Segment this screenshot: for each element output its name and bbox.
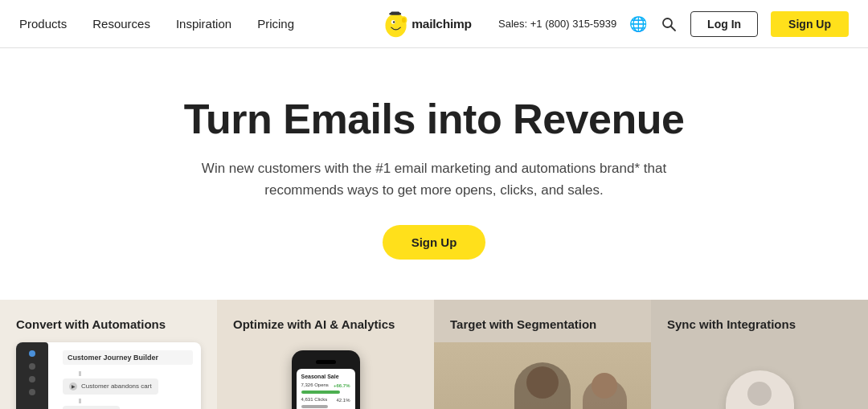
feature-segmentation: Target with Segmentation [434,300,651,409]
sidebar-bar [16,342,48,409]
feature-analytics: Optimize with AI & Analytics Seasonal Sa… [217,300,434,409]
mailchimp-logo: mailchimp [382,10,487,39]
globe-icon[interactable]: 🌐 [629,15,647,33]
features-section: Convert with Automations Customer Journe… [0,300,868,409]
segmentation-image [434,342,651,409]
svg-point-2 [402,17,406,22]
phone-notch [316,360,336,364]
phone-stat-clicks: 4,631 Clicks [301,397,328,402]
automations-mockup: Customer Journey Builder ▶ Customer aban… [16,342,201,409]
signup-button-hero[interactable]: Sign Up [383,225,486,260]
search-icon[interactable] [660,15,678,33]
clicks-bar [301,405,329,408]
cjb-header: Customer Journey Builder [63,350,193,365]
nav-products[interactable]: Products [19,17,67,31]
nav-resources[interactable]: Resources [92,17,150,31]
cjb-node-label: Customer abandons cart [81,382,152,390]
phone-shape: Seasonal Sale 7,326 Opens +66.7% 4,631 C… [292,350,360,409]
nav-inspiration[interactable]: Inspiration [176,17,231,31]
nav-left: Products Resources Inspiration Pricing [19,17,294,31]
cjb-node-1: ▶ Customer abandons cart [63,378,158,395]
sidebar-dot-3 [29,376,35,382]
feature-integrations: Sync with Integrations [651,300,868,409]
cjb-content: Customer Journey Builder ▶ Customer aban… [63,350,193,409]
signup-button-nav[interactable]: Sign Up [771,11,849,37]
feature-automations: Convert with Automations Customer Journe… [0,300,217,409]
feature-integrations-title: Sync with Integrations [651,300,868,342]
svg-point-8 [663,18,672,27]
svg-rect-6 [391,11,399,14]
svg-text:mailchimp: mailchimp [411,16,472,30]
mailchimp-logo-svg: mailchimp [382,10,487,39]
sidebar-dot-2 [29,363,35,370]
phone-stat-opens-pct: +66.7% [334,383,350,388]
cjb-node-2: ✉ Send email [63,406,120,409]
phone-stat-opens: 7,326 Opens [301,382,329,387]
sidebar-dot-4 [29,389,35,395]
phone-screen: Seasonal Sale 7,326 Opens +66.7% 4,631 C… [297,369,355,409]
speaker-mockup [651,342,868,409]
search-svg [661,16,677,32]
sidebar-dot-1 [29,350,35,357]
nav-pricing[interactable]: Pricing [257,17,294,31]
phone-screen-title: Seasonal Sale [301,374,350,379]
phone-mockup: Seasonal Sale 7,326 Opens +66.7% 4,631 C… [217,342,434,409]
logo-container[interactable]: mailchimp [382,10,487,39]
phone-stat-clicks-pct: 42.1% [336,398,350,403]
person-body [514,362,571,409]
speaker-top [747,382,772,406]
login-button[interactable]: Log In [690,11,758,37]
svg-line-9 [671,27,675,31]
hero-subheadline: Win new customers with the #1 email mark… [201,158,667,201]
feature-automations-title: Convert with Automations [0,300,217,342]
speaker-shape [726,370,794,409]
nav-right: Sales: +1 (800) 315-5939 🌐 Log In Sign U… [498,11,849,37]
play-icon: ▶ [69,382,77,391]
opens-bar [301,391,341,394]
person-2-head [592,373,617,399]
feature-segmentation-title: Target with Segmentation [434,300,651,342]
svg-point-4 [393,21,395,22]
hero-headline: Turn Emails into Revenue [16,96,852,142]
feature-analytics-title: Optimize with AI & Analytics [217,300,434,342]
sales-phone: Sales: +1 (800) 315-5939 [498,18,616,30]
navigation: Products Resources Inspiration Pricing [0,0,868,48]
hero-section: Turn Emails into Revenue Win new custome… [0,48,868,300]
